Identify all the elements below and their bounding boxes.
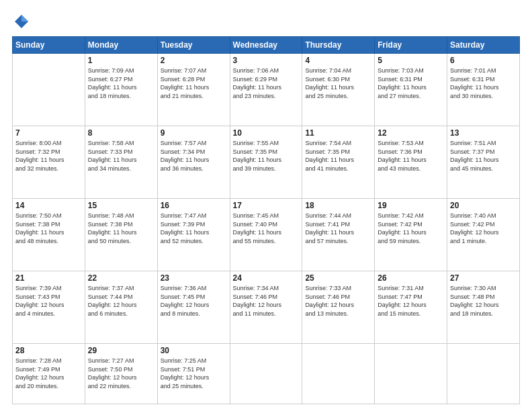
calendar-cell: 3Sunrise: 7:06 AM Sunset: 6:29 PM Daylig… [230,54,302,126]
calendar-week-row: 14Sunrise: 7:50 AM Sunset: 7:38 PM Dayli… [13,198,520,271]
calendar-cell [13,54,85,126]
day-info: Sunrise: 7:45 AM Sunset: 7:40 PM Dayligh… [233,212,300,245]
day-info: Sunrise: 7:07 AM Sunset: 6:28 PM Dayligh… [161,66,227,100]
day-number: 8 [88,128,154,138]
calendar-table: SundayMondayTuesdayWednesdayThursdayFrid… [12,36,520,404]
calendar-cell: 27Sunrise: 7:30 AM Sunset: 7:48 PM Dayli… [447,271,520,343]
day-number: 21 [15,273,82,283]
day-info: Sunrise: 7:48 AM Sunset: 7:38 PM Dayligh… [88,212,154,245]
day-number: 20 [450,201,517,210]
calendar-cell: 14Sunrise: 7:50 AM Sunset: 7:38 PM Dayli… [13,198,85,271]
calendar-cell: 22Sunrise: 7:37 AM Sunset: 7:44 PM Dayli… [85,271,157,343]
calendar-header-row: SundayMondayTuesdayWednesdayThursdayFrid… [13,37,520,54]
day-number: 15 [88,201,154,210]
logo [12,12,34,31]
calendar-cell: 26Sunrise: 7:31 AM Sunset: 7:47 PM Dayli… [375,271,447,343]
day-info: Sunrise: 7:37 AM Sunset: 7:44 PM Dayligh… [88,284,154,318]
day-info: Sunrise: 7:57 AM Sunset: 7:34 PM Dayligh… [161,139,227,173]
day-number: 9 [161,128,227,138]
calendar-cell [230,343,302,404]
calendar-cell: 30Sunrise: 7:25 AM Sunset: 7:51 PM Dayli… [157,343,230,404]
day-info: Sunrise: 7:33 AM Sunset: 7:46 PM Dayligh… [305,284,371,318]
day-info: Sunrise: 8:00 AM Sunset: 7:32 PM Dayligh… [15,139,82,173]
calendar-cell: 8Sunrise: 7:58 AM Sunset: 7:33 PM Daylig… [85,126,157,198]
calendar-cell: 25Sunrise: 7:33 AM Sunset: 7:46 PM Dayli… [302,271,375,343]
day-number: 3 [233,56,300,65]
calendar-week-row: 21Sunrise: 7:39 AM Sunset: 7:43 PM Dayli… [13,271,520,343]
day-info: Sunrise: 7:01 AM Sunset: 6:31 PM Dayligh… [450,66,517,100]
day-info: Sunrise: 7:42 AM Sunset: 7:42 PM Dayligh… [378,212,444,245]
day-info: Sunrise: 7:30 AM Sunset: 7:48 PM Dayligh… [450,284,517,318]
day-info: Sunrise: 7:27 AM Sunset: 7:50 PM Dayligh… [88,357,154,390]
day-number: 1 [88,56,154,65]
day-info: Sunrise: 7:03 AM Sunset: 6:31 PM Dayligh… [378,66,444,100]
day-number: 19 [378,201,444,210]
day-number: 2 [161,56,227,65]
day-number: 17 [233,201,300,210]
calendar-cell: 11Sunrise: 7:54 AM Sunset: 7:35 PM Dayli… [302,126,375,198]
weekday-header: Thursday [302,37,375,54]
calendar-week-row: 1Sunrise: 7:09 AM Sunset: 6:27 PM Daylig… [13,54,520,126]
calendar-cell: 28Sunrise: 7:28 AM Sunset: 7:49 PM Dayli… [13,343,85,404]
day-info: Sunrise: 7:55 AM Sunset: 7:35 PM Dayligh… [233,139,300,173]
calendar-cell: 2Sunrise: 7:07 AM Sunset: 6:28 PM Daylig… [157,54,230,126]
day-info: Sunrise: 7:40 AM Sunset: 7:42 PM Dayligh… [450,212,517,245]
day-info: Sunrise: 7:34 AM Sunset: 7:46 PM Dayligh… [233,284,300,318]
calendar-cell: 19Sunrise: 7:42 AM Sunset: 7:42 PM Dayli… [375,198,447,271]
day-info: Sunrise: 7:54 AM Sunset: 7:35 PM Dayligh… [305,139,371,173]
calendar-cell: 23Sunrise: 7:36 AM Sunset: 7:45 PM Dayli… [157,271,230,343]
page: SundayMondayTuesdayWednesdayThursdayFrid… [0,0,532,411]
day-number: 10 [233,128,300,138]
weekday-header: Wednesday [230,37,302,54]
calendar-cell: 29Sunrise: 7:27 AM Sunset: 7:50 PM Dayli… [85,343,157,404]
day-number: 14 [15,201,82,210]
calendar-cell: 17Sunrise: 7:45 AM Sunset: 7:40 PM Dayli… [230,198,302,271]
day-number: 6 [450,56,517,65]
day-info: Sunrise: 7:06 AM Sunset: 6:29 PM Dayligh… [233,66,300,100]
calendar-cell [447,343,520,404]
day-info: Sunrise: 7:04 AM Sunset: 6:30 PM Dayligh… [305,66,371,100]
day-number: 24 [233,273,300,283]
calendar-cell: 15Sunrise: 7:48 AM Sunset: 7:38 PM Dayli… [85,198,157,271]
day-number: 5 [378,56,444,65]
calendar-cell: 10Sunrise: 7:55 AM Sunset: 7:35 PM Dayli… [230,126,302,198]
calendar-cell [302,343,375,404]
calendar-cell: 21Sunrise: 7:39 AM Sunset: 7:43 PM Dayli… [13,271,85,343]
day-info: Sunrise: 7:53 AM Sunset: 7:36 PM Dayligh… [378,139,444,173]
calendar-cell: 24Sunrise: 7:34 AM Sunset: 7:46 PM Dayli… [230,271,302,343]
day-info: Sunrise: 7:28 AM Sunset: 7:49 PM Dayligh… [15,357,82,390]
day-info: Sunrise: 7:25 AM Sunset: 7:51 PM Dayligh… [161,357,227,390]
day-number: 18 [305,201,371,210]
day-number: 12 [378,128,444,138]
calendar-cell: 16Sunrise: 7:47 AM Sunset: 7:39 PM Dayli… [157,198,230,271]
day-info: Sunrise: 7:31 AM Sunset: 7:47 PM Dayligh… [378,284,444,318]
day-number: 16 [161,201,227,210]
calendar-cell: 13Sunrise: 7:51 AM Sunset: 7:37 PM Dayli… [447,126,520,198]
calendar-cell: 12Sunrise: 7:53 AM Sunset: 7:36 PM Dayli… [375,126,447,198]
logo-icon [12,12,31,31]
svg-marker-1 [21,15,28,21]
day-info: Sunrise: 7:47 AM Sunset: 7:39 PM Dayligh… [161,212,227,245]
calendar-cell: 18Sunrise: 7:44 AM Sunset: 7:41 PM Dayli… [302,198,375,271]
header [12,12,520,31]
day-info: Sunrise: 7:51 AM Sunset: 7:37 PM Dayligh… [450,139,517,173]
day-number: 28 [15,346,82,355]
day-number: 22 [88,273,154,283]
day-number: 29 [88,346,154,355]
calendar-cell: 20Sunrise: 7:40 AM Sunset: 7:42 PM Dayli… [447,198,520,271]
day-number: 11 [305,128,371,138]
calendar-week-row: 7Sunrise: 8:00 AM Sunset: 7:32 PM Daylig… [13,126,520,198]
day-info: Sunrise: 7:44 AM Sunset: 7:41 PM Dayligh… [305,212,371,245]
day-number: 25 [305,273,371,283]
calendar-cell: 6Sunrise: 7:01 AM Sunset: 6:31 PM Daylig… [447,54,520,126]
day-info: Sunrise: 7:36 AM Sunset: 7:45 PM Dayligh… [161,284,227,318]
calendar-cell: 1Sunrise: 7:09 AM Sunset: 6:27 PM Daylig… [85,54,157,126]
day-info: Sunrise: 7:50 AM Sunset: 7:38 PM Dayligh… [15,212,82,245]
calendar-cell [375,343,447,404]
day-number: 23 [161,273,227,283]
calendar-week-row: 28Sunrise: 7:28 AM Sunset: 7:49 PM Dayli… [13,343,520,404]
day-number: 7 [15,128,82,138]
day-info: Sunrise: 7:09 AM Sunset: 6:27 PM Dayligh… [88,66,154,100]
weekday-header: Monday [85,37,157,54]
day-info: Sunrise: 7:58 AM Sunset: 7:33 PM Dayligh… [88,139,154,173]
